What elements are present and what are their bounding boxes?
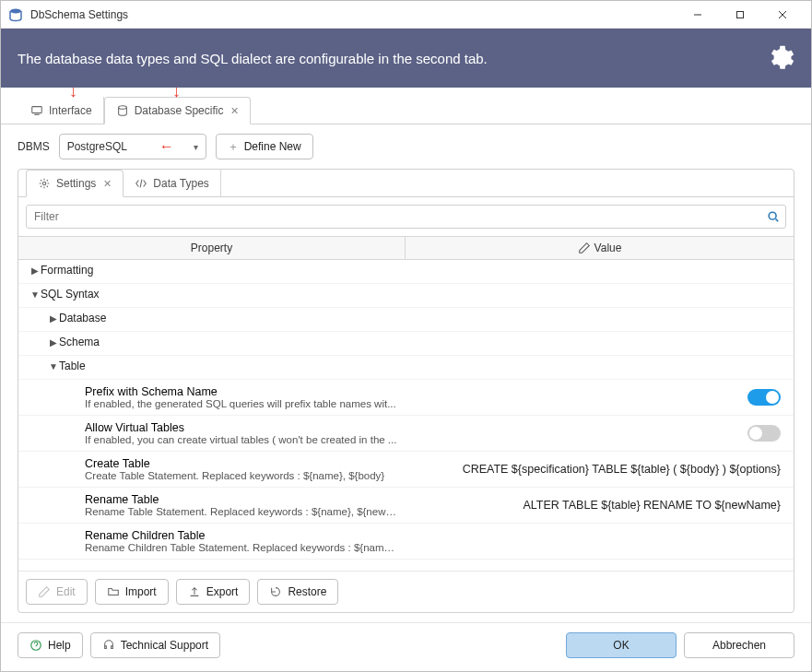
app-icon: [8, 7, 23, 22]
tab-label: Data Types: [153, 177, 208, 190]
svg-line-10: [776, 219, 779, 222]
export-icon: [188, 585, 201, 598]
setting-rename-children-table[interactable]: Rename Children Table Rename Children Ta…: [18, 524, 794, 560]
svg-rect-5: [32, 106, 42, 112]
monitor-icon: [30, 104, 43, 117]
pencil-icon: [38, 585, 51, 598]
dbms-select[interactable]: PostgreSQL ← ▾: [59, 134, 206, 159]
tree-node-table[interactable]: ▼Table: [18, 356, 89, 376]
pencil-icon: [578, 242, 591, 254]
sub-tabs: Settings ✕ Data Types: [18, 170, 794, 197]
folder-icon: [107, 585, 120, 598]
tab-label: Interface: [49, 104, 92, 117]
tab-settings[interactable]: Settings ✕: [26, 170, 124, 197]
technical-support-button[interactable]: Technical Support: [90, 632, 220, 658]
header-value: Value: [406, 237, 794, 259]
dbms-selected: PostgreSQL: [67, 140, 127, 153]
export-button[interactable]: Export: [176, 579, 251, 605]
settings-window: DbSchema Settings The database data type…: [0, 0, 812, 672]
dbms-label: DBMS: [18, 140, 50, 153]
tree-node-database[interactable]: ▶Database: [18, 308, 110, 328]
restore-icon: [269, 585, 282, 598]
svg-point-7: [118, 106, 126, 110]
gear-icon: [765, 43, 794, 73]
tree-node-sql-syntax[interactable]: ▼SQL Syntax: [18, 284, 103, 304]
setting-allow-virtual[interactable]: Allow Virtual Tables If enabled, you can…: [18, 416, 794, 452]
setting-prefix-schema[interactable]: Prefix with Schema Name If enabled, the …: [18, 380, 794, 416]
help-button[interactable]: Help: [18, 632, 83, 658]
setting-value: CREATE ${specification} TABLE ${table} (…: [463, 463, 781, 476]
setting-title: Prefix with Schema Name: [85, 385, 398, 398]
setting-value: ALTER TABLE ${table} RENAME TO ${newName…: [523, 499, 781, 512]
tab-data-types[interactable]: Data Types: [124, 170, 220, 196]
panel-toolbar: Edit Import Export Restore: [18, 571, 794, 612]
define-new-button[interactable]: ＋ Define New: [216, 134, 313, 159]
tab-label: Database Specific: [135, 104, 224, 117]
setting-desc: If enabled, you can create virtual table…: [85, 434, 398, 445]
dbms-row: DBMS PostgreSQL ← ▾ ＋ Define New: [18, 134, 794, 159]
chevron-down-icon: ▾: [194, 142, 198, 152]
setting-title: Rename Children Table: [85, 529, 398, 542]
minimize-button[interactable]: [677, 2, 719, 28]
info-banner: The database data types and SQL dialect …: [1, 29, 811, 88]
maximize-button[interactable]: [719, 2, 761, 28]
search-icon[interactable]: [767, 210, 780, 223]
window-title: DbSchema Settings: [30, 8, 677, 21]
header-property: Property: [18, 237, 406, 259]
setting-desc: If enabled, the generated SQL queries wi…: [85, 398, 398, 409]
dialog-footer: Help Technical Support OK Abbrechen: [1, 622, 811, 671]
button-label: Define New: [244, 140, 301, 153]
gear-icon: [38, 177, 51, 190]
column-headers: Property Value: [18, 236, 794, 260]
setting-title: Allow Virtual Tables: [85, 421, 398, 434]
setting-desc: Rename Children Table Statement. Replace…: [85, 542, 398, 553]
plus-icon: ＋: [228, 139, 239, 155]
code-icon: [135, 177, 147, 190]
toggle-switch[interactable]: [747, 425, 781, 442]
import-button[interactable]: Import: [95, 579, 169, 605]
close-button[interactable]: [761, 2, 804, 28]
restore-button[interactable]: Restore: [257, 579, 338, 605]
tab-interface[interactable]: Interface: [19, 97, 104, 124]
svg-point-9: [769, 212, 776, 219]
banner-message: The database data types and SQL dialect …: [18, 51, 765, 66]
svg-rect-2: [737, 11, 744, 18]
toggle-switch[interactable]: [747, 389, 781, 406]
titlebar: DbSchema Settings: [1, 1, 811, 29]
filter-input[interactable]: [32, 209, 767, 224]
ok-button[interactable]: OK: [566, 632, 677, 658]
setting-rename-table[interactable]: Rename Table Rename Table Statement. Rep…: [18, 488, 794, 524]
database-icon: [116, 104, 129, 117]
setting-title: Rename Table: [85, 493, 398, 506]
svg-point-0: [10, 8, 21, 13]
red-arrow-icon: ←: [159, 138, 174, 155]
tree-node-schema[interactable]: ▶Schema: [18, 332, 103, 352]
edit-button[interactable]: Edit: [26, 579, 88, 605]
close-icon[interactable]: ✕: [103, 178, 112, 190]
setting-title: Create Table: [85, 457, 398, 470]
setting-create-table[interactable]: Create Table Create Table Statement. Rep…: [18, 452, 794, 488]
headset-icon: [102, 639, 115, 652]
red-arrow-icon: ↓: [172, 82, 181, 101]
svg-point-8: [42, 182, 46, 185]
help-icon: [29, 639, 42, 652]
red-arrow-icon: ↓: [69, 82, 77, 101]
filter-row: [26, 205, 786, 229]
cancel-button[interactable]: Abbrechen: [684, 632, 794, 658]
top-tabs: Interface Database Specific ✕: [1, 97, 811, 124]
close-icon[interactable]: ✕: [230, 105, 239, 117]
tree-node-formatting[interactable]: ▶Formatting: [18, 260, 97, 280]
tab-label: Settings: [56, 177, 96, 190]
settings-panel: Settings ✕ Data Types Property Value: [18, 169, 794, 613]
setting-desc: Rename Table Statement. Replaced keyword…: [85, 506, 398, 517]
settings-tree[interactable]: ▶Formatting ▼SQL Syntax ▶Database ▶Schem…: [18, 260, 794, 571]
setting-desc: Create Table Statement. Replaced keyword…: [85, 470, 398, 481]
